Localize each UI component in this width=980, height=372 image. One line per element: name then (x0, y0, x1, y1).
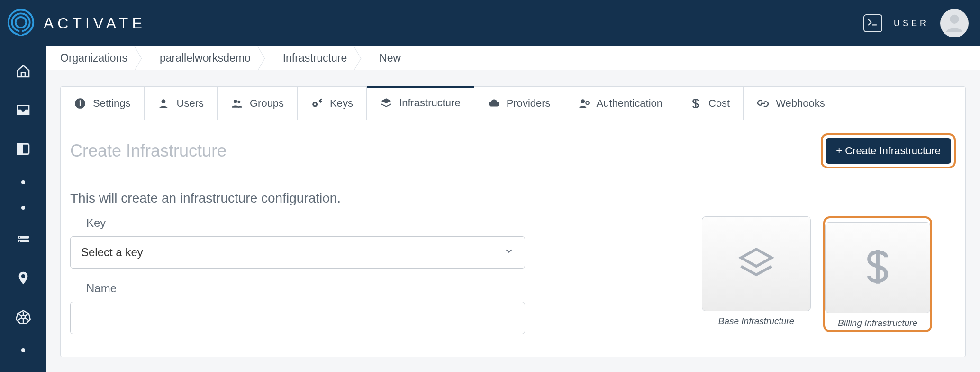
cloud-icon (488, 97, 500, 110)
svg-point-22 (586, 101, 589, 104)
split-icon (16, 141, 31, 158)
tab-providers[interactable]: Providers (474, 87, 564, 120)
inbox-icon (16, 102, 31, 120)
sidebar-item-location[interactable] (16, 270, 31, 288)
svg-rect-5 (18, 144, 23, 154)
create-button-highlight: + Create Infrastructure (821, 133, 956, 168)
user-icon (158, 97, 170, 110)
name-label: Name (86, 282, 525, 295)
svg-point-17 (234, 99, 237, 103)
link-icon (757, 97, 769, 110)
svg-point-21 (581, 99, 585, 103)
terminal-icon (868, 18, 878, 28)
app-header: ACTIVATE USER (0, 0, 980, 46)
svg-point-3 (950, 15, 959, 24)
sidebar-item-kubernetes[interactable] (16, 309, 31, 326)
card-body: Create Infrastructure + Create Infrastru… (61, 120, 965, 357)
tab-label: Webhooks (776, 97, 825, 110)
brand: ACTIVATE (7, 8, 146, 38)
sidebar-item-storage[interactable] (16, 232, 31, 249)
name-input[interactable] (70, 302, 525, 334)
infra-card-base[interactable]: Base Infrastructure (702, 216, 811, 332)
sidebar-item-workspace[interactable] (16, 141, 31, 158)
pin-icon (16, 270, 31, 288)
info-icon (74, 97, 86, 110)
tab-label: Infrastructure (399, 97, 461, 109)
tab-keys[interactable]: Keys (298, 87, 367, 120)
svg-point-18 (237, 100, 240, 103)
dot-icon (21, 348, 25, 352)
sidebar-item-dot-3[interactable] (21, 348, 25, 352)
avatar[interactable] (940, 9, 969, 37)
kubernetes-icon (16, 309, 31, 326)
dollar-outline-icon (857, 246, 898, 289)
tab-label: Groups (250, 97, 284, 110)
svg-point-9 (19, 241, 20, 242)
form-left: Key Select a key Name (70, 216, 525, 334)
tab-settings[interactable]: Settings (61, 87, 145, 120)
dot-icon (21, 206, 25, 210)
dot-icon (21, 180, 25, 184)
header-right: USER (863, 9, 969, 37)
avatar-icon (944, 11, 965, 35)
infra-tile (825, 222, 930, 313)
chevron-down-icon (504, 246, 514, 259)
breadcrumb: Organizations parallelworksdemo Infrastr… (46, 46, 980, 70)
svg-rect-14 (80, 102, 81, 106)
breadcrumb-item[interactable]: parallelworksdemo (147, 52, 261, 65)
storage-icon (16, 232, 31, 249)
sidebar-item-inbox[interactable] (16, 102, 31, 120)
tab-label: Cost (708, 97, 730, 110)
tab-label: Settings (93, 97, 131, 110)
auth-icon (578, 97, 590, 110)
tab-label: Keys (330, 97, 353, 110)
infra-card-caption: Billing Infrastructure (838, 318, 917, 328)
svg-point-2 (16, 17, 27, 28)
key-icon (311, 97, 323, 110)
title-row: Create Infrastructure + Create Infrastru… (70, 133, 956, 179)
key-select[interactable]: Select a key (70, 236, 525, 269)
infra-card-billing[interactable]: Billing Infrastructure (823, 216, 932, 332)
svg-point-10 (21, 274, 25, 278)
key-select-value: Select a key (81, 246, 143, 259)
key-label: Key (86, 216, 525, 230)
user-label: USER (894, 19, 929, 28)
dollar-icon (690, 97, 702, 110)
tab-label: Providers (507, 97, 551, 110)
breadcrumb-item[interactable]: New (367, 52, 411, 65)
tab-webhooks[interactable]: Webhooks (744, 87, 838, 120)
page-title: Create Infrastructure (70, 141, 227, 161)
content-card: Settings Users Groups Keys Infrastructur… (60, 86, 966, 357)
breadcrumb-item[interactable]: Infrastructure (271, 52, 358, 65)
tab-infrastructure[interactable]: Infrastructure (367, 86, 474, 120)
brand-logo-icon (7, 8, 35, 38)
chevron-right-icon (138, 46, 147, 70)
svg-point-15 (79, 100, 81, 102)
layers-icon (380, 97, 392, 109)
chevron-right-icon (261, 46, 271, 70)
breadcrumb-item[interactable]: Organizations (60, 52, 138, 65)
sidebar-item-dot-1[interactable] (21, 180, 25, 184)
tab-authentication[interactable]: Authentication (564, 87, 676, 120)
users-icon (231, 97, 243, 110)
tab-cost[interactable]: Cost (676, 87, 744, 120)
infra-tile (702, 216, 811, 311)
tab-groups[interactable]: Groups (218, 87, 298, 120)
tab-users[interactable]: Users (145, 87, 218, 120)
svg-point-20 (314, 103, 316, 105)
tab-label: Users (177, 97, 204, 110)
infra-type-cards: Base Infrastructure Billing Infrastructu… (702, 216, 932, 332)
chevron-right-icon (357, 46, 367, 70)
svg-point-16 (161, 99, 165, 103)
form-area: Key Select a key Name Base Infrastructur… (70, 216, 956, 334)
infra-card-caption: Base Infrastructure (718, 316, 795, 326)
sidebar-item-home[interactable] (16, 64, 31, 81)
page-subtitle: This will create an infrastructure confi… (70, 191, 956, 206)
create-infrastructure-button[interactable]: + Create Infrastructure (826, 138, 951, 164)
main-area: Organizations parallelworksdemo Infrastr… (46, 46, 980, 372)
terminal-button[interactable] (863, 14, 882, 32)
sidebar (0, 46, 46, 372)
svg-point-12 (21, 315, 25, 319)
layers-outline-icon (736, 242, 777, 285)
sidebar-item-dot-2[interactable] (21, 206, 25, 210)
